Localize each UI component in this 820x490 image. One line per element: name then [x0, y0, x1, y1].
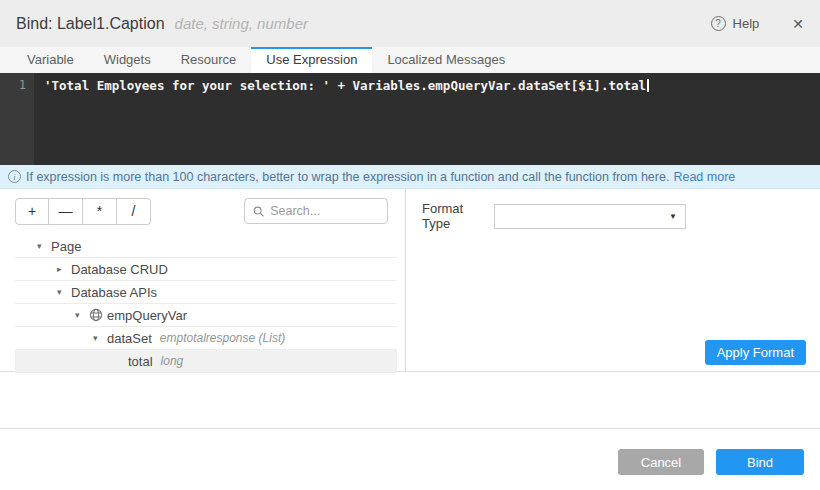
info-bar: i If expression is more than 100 charact…	[0, 165, 820, 189]
empty-area	[0, 372, 820, 428]
tree-item-type: emptotalresponse (List)	[160, 331, 285, 345]
search-box[interactable]	[244, 198, 388, 224]
variable-tree-pane: + — * / ▾ Page ▸	[0, 189, 406, 371]
tree-item-label: Page	[51, 239, 81, 254]
tree-item-page[interactable]: ▾ Page	[15, 235, 397, 258]
tab-use-expression[interactable]: Use Expression	[251, 47, 372, 73]
multiply-operator-button[interactable]: *	[83, 198, 117, 225]
bind-dialog: Bind: Label1.Caption date, string, numbe…	[0, 0, 820, 490]
info-icon: i	[8, 170, 21, 183]
tab-resource[interactable]: Resource	[166, 47, 252, 73]
chevron-down-icon[interactable]: ▾	[37, 241, 51, 251]
editor-gutter: 1	[0, 73, 34, 165]
read-more-link[interactable]: Read more	[673, 170, 735, 184]
cancel-button[interactable]: Cancel	[618, 449, 704, 475]
dialog-subtitle: date, string, number	[175, 15, 308, 32]
tree-item-label: Database APIs	[71, 285, 157, 300]
text-cursor	[647, 79, 649, 92]
tab-variable[interactable]: Variable	[12, 47, 89, 73]
help-link[interactable]: Help	[733, 16, 760, 31]
service-variable-icon	[89, 308, 103, 322]
chevron-right-icon[interactable]: ▸	[57, 264, 71, 274]
dialog-title: Bind: Label1.Caption	[16, 15, 165, 33]
expression-code[interactable]: 'Total Employees for your selection: ' +…	[44, 77, 649, 95]
tree-item-label: empQueryVar	[107, 308, 187, 323]
tab-bar: Variable Widgets Resource Use Expression…	[0, 47, 820, 73]
expression-text: 'Total Employees for your selection: ' +…	[44, 78, 646, 93]
format-pane: Format Type ▼ Apply Format	[406, 189, 820, 371]
chevron-down-icon[interactable]: ▾	[93, 333, 107, 343]
content-area: + — * / ▾ Page ▸	[0, 189, 820, 372]
tab-widgets[interactable]: Widgets	[89, 47, 166, 73]
divide-operator-button[interactable]: /	[117, 198, 151, 225]
variable-tree: ▾ Page ▸ Database CRUD ▾ Database APIs ▾	[15, 235, 397, 373]
operator-button-group: + — * /	[15, 198, 151, 225]
expression-editor[interactable]: 1 'Total Employees for your selection: '…	[0, 73, 820, 165]
minus-operator-button[interactable]: —	[49, 198, 83, 225]
bind-button[interactable]: Bind	[716, 449, 804, 475]
chevron-down-icon: ▼	[669, 212, 677, 221]
chevron-down-icon[interactable]: ▾	[57, 287, 71, 297]
close-icon[interactable]: ✕	[792, 16, 804, 32]
tree-item-database-crud[interactable]: ▸ Database CRUD	[15, 258, 397, 281]
tree-item-label: total	[128, 354, 153, 369]
tree-item-type: long	[161, 354, 184, 368]
format-type-label: Format Type	[422, 201, 494, 231]
plus-operator-button[interactable]: +	[15, 198, 49, 225]
apply-format-button[interactable]: Apply Format	[705, 340, 806, 365]
tree-item-label: Database CRUD	[71, 262, 168, 277]
search-input[interactable]	[270, 204, 379, 218]
tab-localized-messages[interactable]: Localized Messages	[372, 47, 520, 73]
search-icon	[253, 205, 264, 218]
format-type-dropdown[interactable]: ▼	[494, 204, 686, 229]
tree-item-dataset[interactable]: ▾ dataSet emptotalresponse (List)	[15, 327, 397, 350]
chevron-down-icon[interactable]: ▾	[75, 310, 89, 320]
tree-item-total[interactable]: total long	[15, 350, 397, 373]
dialog-footer: Cancel Bind	[0, 428, 820, 490]
tree-item-empqueryvar[interactable]: ▾ empQueryVar	[15, 304, 397, 327]
dialog-header: Bind: Label1.Caption date, string, numbe…	[0, 0, 820, 47]
help-icon[interactable]: ?	[711, 16, 726, 31]
tree-item-label: dataSet	[107, 331, 152, 346]
line-number: 1	[19, 78, 26, 92]
info-text: If expression is more than 100 character…	[26, 170, 669, 184]
tree-item-database-apis[interactable]: ▾ Database APIs	[15, 281, 397, 304]
